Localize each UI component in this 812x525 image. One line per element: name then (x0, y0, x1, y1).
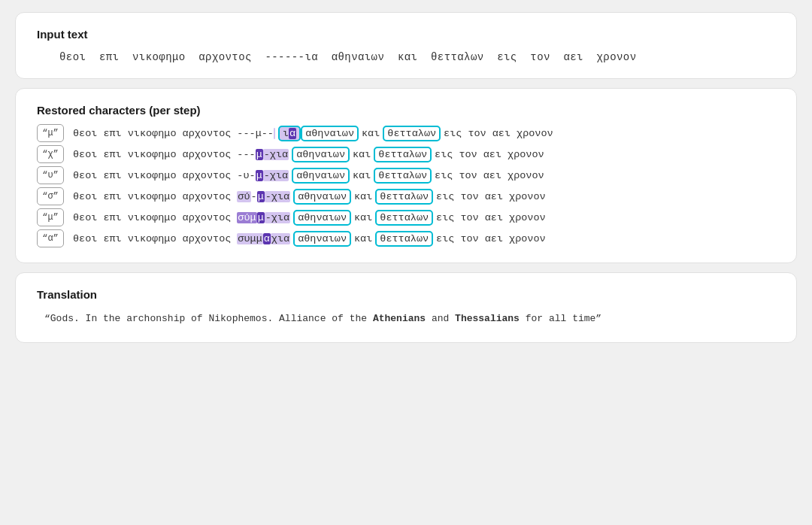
word: ---μ-χια (234, 147, 292, 162)
word: αει (480, 147, 504, 162)
restored-card: Restored characters (per step) “μ” θεοι … (15, 88, 797, 263)
word: νικοφημο (125, 147, 180, 162)
word: αει (489, 126, 514, 141)
word: σύμμ-χια (234, 211, 293, 225)
word: νικοφημο (125, 190, 180, 204)
word: τον (457, 232, 481, 246)
char-badge-3: “υ” (37, 166, 64, 184)
input-text-card: Input text θεοι επι νικοφημο αρχοντος --… (15, 12, 797, 79)
word: τον (457, 211, 481, 225)
word: νικοφημο (125, 211, 180, 225)
word: χρονον (506, 232, 549, 246)
restored-row-3: “υ” θεοι επι νικοφημο αρχοντος -υ-μ-χια … (37, 166, 775, 184)
word: επι (100, 147, 124, 162)
word-teal-thessalion-4: θετταλων (375, 189, 433, 205)
restored-rows: “μ” θεοι επι νικοφημο αρχοντος ---μ-- ια… (37, 124, 775, 247)
word-teal-thessalion-3: θετταλων (374, 168, 432, 184)
word: ---μ-- (234, 126, 278, 141)
word-teal-athinaion-4: αθηναιων (293, 189, 351, 205)
word: τον (456, 147, 480, 162)
row-text-1: θεοι επι νικοφημο αρχοντος ---μ-- ια αθη… (70, 126, 556, 141)
row-text-2: θεοι επι νικοφημο αρχοντος ---μ-χια αθην… (70, 147, 547, 162)
restored-row-6: “α” θεοι επι νικοφημο αρχοντος συμμαχια … (37, 229, 775, 247)
word: νικοφημο (125, 168, 180, 183)
restored-row-2: “χ” θεοι επι νικοφημο αρχοντος ---μ-χια … (37, 145, 775, 163)
row-text-4: θεοι επι νικοφημο αρχοντος σύ-μ-χια αθην… (70, 189, 549, 205)
word-teal-thessalion-1: θετταλων (383, 126, 441, 141)
restored-title: Restored characters (per step) (37, 104, 775, 117)
word: εις (432, 147, 456, 162)
translation-plain: “Gods. In the archonship of Nikophemos. … (44, 313, 373, 324)
word: εις (433, 232, 457, 246)
translation-end: for all time” (520, 313, 601, 324)
word: και (350, 168, 374, 183)
word: αει (482, 232, 506, 246)
char-badge-2: “χ” (37, 145, 64, 163)
word: αρχοντος (180, 232, 235, 246)
row-text-6: θεοι επι νικοφημο αρχοντος συμμαχια αθην… (70, 231, 549, 247)
word: αει (482, 211, 506, 225)
restored-row-1: “μ” θεοι επι νικοφημο αρχοντος ---μ-- ια… (37, 124, 775, 142)
word: -υ-μ-χια (234, 168, 292, 183)
word: επι (100, 168, 124, 183)
word: τον (457, 190, 481, 204)
word-teal-athinaion-2: αθηναιων (292, 147, 350, 162)
word: θεοι (70, 126, 100, 141)
word: χρονον (514, 126, 556, 141)
word: θεοι (70, 232, 100, 246)
word: θεοι (70, 147, 100, 162)
restored-row-5: “μ” θεοι επι νικοφημο αρχοντος σύμμ-χια … (37, 208, 775, 226)
translation-text: “Gods. In the archonship of Nikophemos. … (37, 311, 775, 327)
word-teal-thessalion-2: θετταλων (374, 147, 432, 162)
word: τον (456, 168, 480, 183)
word: και (351, 211, 375, 225)
restored-row-4: “σ” θεοι επι νικοφημο αρχοντος σύ-μ-χια … (37, 187, 775, 205)
row-text-3: θεοι επι νικοφημο αρχοντος -υ-μ-χια αθην… (70, 168, 547, 184)
translation-thessalians: Thessalians (455, 313, 520, 324)
word: εις (433, 190, 457, 204)
translation-title: Translation (37, 288, 775, 301)
word: χρονον (506, 190, 549, 204)
word: αει (480, 168, 504, 183)
word: αρχοντος (180, 211, 235, 225)
word: αρχοντος (180, 126, 235, 141)
row-text-5: θεοι επι νικοφημο αρχοντος σύμμ-χια αθην… (70, 210, 549, 226)
word: σύ-μ-χια (234, 190, 293, 204)
word: χρονον (504, 147, 547, 162)
word-teal-thessalion-6: θετταλων (375, 231, 433, 247)
word: αρχοντος (180, 190, 235, 204)
translation-card: Translation “Gods. In the archonship of … (15, 272, 797, 343)
input-text-title: Input text (37, 28, 775, 41)
word: θεοι (70, 190, 100, 204)
char-badge-4: “σ” (37, 187, 64, 205)
char-badge-5: “μ” (37, 208, 64, 226)
word: συμμαχια (234, 232, 293, 246)
word: θεοι (70, 168, 100, 183)
word: επι (100, 211, 124, 225)
word: και (350, 147, 374, 162)
word: τον (465, 126, 489, 141)
word: και (359, 126, 383, 141)
word: αρχοντος (180, 147, 235, 162)
word: αει (482, 190, 506, 204)
word: θεοι (70, 211, 100, 225)
word-teal-athinaion-1: αθηναιων (301, 126, 359, 141)
word-teal-athinaion-3: αθηναιων (292, 168, 350, 184)
input-text-content: θεοι επι νικοφημο αρχοντος ------ια αθην… (37, 51, 775, 63)
word: και (351, 190, 375, 204)
word: επι (100, 190, 124, 204)
word: νικοφημο (125, 232, 180, 246)
word-teal-thessalion-5: θετταλων (375, 210, 433, 226)
word: αρχοντος (180, 168, 235, 183)
char-badge-6: “α” (37, 229, 64, 247)
word: επι (100, 232, 124, 246)
word: νικοφημο (125, 126, 180, 141)
word: εις (441, 126, 465, 141)
word-teal-athinaion-5: αθηναιων (293, 210, 351, 226)
word: εις (433, 211, 457, 225)
translation-and: and (426, 313, 455, 324)
char-badge-1: “μ” (37, 124, 64, 142)
word: επι (100, 126, 124, 141)
word: χρονον (506, 211, 549, 225)
word: εις (432, 168, 456, 183)
